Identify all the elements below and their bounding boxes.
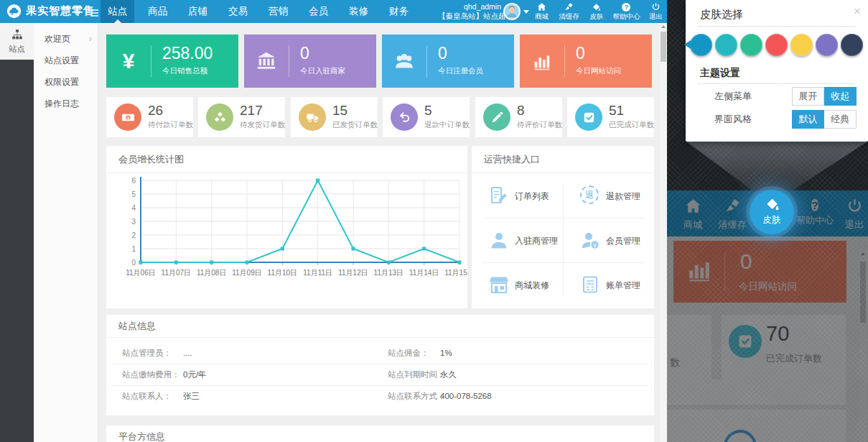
skin-button[interactable]: 皮肤 [584, 0, 609, 23]
app-logo: 果实智慧零售 [6, 4, 95, 19]
svg-text:2: 2 [131, 231, 136, 239]
order-list-icon [489, 185, 509, 206]
member-growth-panel: 会员增长统计图 012345611月06日11月07日11月08日11月09日1… [106, 146, 467, 308]
menu-item-goods[interactable]: 商品 [141, 0, 174, 23]
left-menu-setting-row: 左侧菜单 展开 收起 [686, 85, 868, 108]
paint-bucket-icon [765, 196, 780, 211]
scroll-up-arrow[interactable] [661, 25, 666, 28]
menu-item-member[interactable]: 会员 [302, 0, 335, 23]
menu-item-finance[interactable]: 财务 [382, 0, 416, 23]
field-label: 站点联系人： [122, 385, 172, 407]
expand-button[interactable]: 展开 [792, 87, 824, 106]
field-value: .... [183, 342, 192, 364]
chevron-right-icon: › [89, 28, 92, 50]
field-value: 1% [440, 342, 452, 364]
order-card-toship: 217 待发货订单数 [198, 97, 285, 137]
svg-text:11月08日: 11月08日 [197, 269, 227, 277]
shortcut-order-list[interactable]: 订单列表 [473, 173, 559, 218]
sidebar-item-permissions[interactable]: 权限设置 [34, 71, 98, 93]
default-style-button[interactable]: 默认 [792, 110, 824, 129]
svg-text:6: 6 [131, 177, 136, 185]
sidebar-item-site-settings[interactable]: 站点设置 [34, 50, 98, 71]
merchant-icon [489, 230, 509, 250]
clear-cache-button[interactable]: 清缓存 [554, 0, 584, 23]
svg-text:11月10日: 11月10日 [268, 269, 298, 277]
sidebar-module-label: 站点 [0, 44, 34, 55]
user-info[interactable]: qhd_admin 【秦皇岛站】站点超... [438, 0, 501, 23]
sidebar-item-welcome[interactable]: 欢迎页 › [34, 28, 98, 50]
sidebar-module-site[interactable]: 站点 [0, 23, 34, 60]
menu-item-trade[interactable]: 交易 [221, 0, 255, 23]
setting-label: 左侧菜单 [714, 85, 752, 108]
skin-button-highlighted[interactable]: 皮肤 [750, 190, 794, 234]
sidebar-toggle[interactable] [90, 9, 98, 18]
skin-color-blue[interactable] [690, 34, 712, 56]
shortcut-members[interactable]: v 会员管理 [564, 218, 650, 262]
shortcut-merchants[interactable]: 入驻商管理 [473, 218, 559, 262]
truck-icon [299, 103, 326, 131]
member-badge-icon: v [580, 230, 600, 250]
storefront-icon [489, 275, 509, 295]
menu-item-design[interactable]: 装修 [342, 0, 375, 23]
paint-bucket-icon [592, 2, 601, 11]
svg-text:3: 3 [131, 218, 136, 226]
mall-button[interactable]: 商城 [529, 0, 554, 23]
svg-text:11月11日: 11月11日 [303, 269, 332, 277]
dashboard-page: 果实智慧零售 站点 商品 店铺 交易 营销 会员 装修 财务 qhd_admin… [0, 0, 868, 442]
chart-title: 会员增长统计图 [106, 146, 467, 173]
page-scrollbar[interactable] [660, 23, 667, 442]
menu-item-site[interactable]: 站点 [101, 0, 134, 23]
check-square-icon [575, 103, 602, 131]
shortcuts-title: 运营快捷入口 [472, 146, 654, 173]
scroll-thumb[interactable] [661, 32, 666, 62]
stat-card-sales: ¥ 258.00 今日销售总额 [106, 34, 238, 88]
user-dropdown-caret[interactable] [523, 10, 529, 14]
menu-item-marketing[interactable]: 营销 [261, 0, 295, 23]
svg-text:0: 0 [131, 259, 136, 267]
sub-sidebar: 欢迎页 › 站点设置 权限设置 操作日志 [34, 23, 98, 442]
platform-info-panel: 平台方信息 [106, 425, 654, 442]
skin-color-teal[interactable] [715, 34, 737, 56]
logout-button[interactable]: 退出 [644, 0, 668, 23]
avatar[interactable] [503, 3, 521, 20]
app-title: 果实智慧零售 [26, 4, 95, 18]
skin-color-yellow[interactable] [790, 34, 813, 56]
broom-icon [564, 2, 574, 11]
skin-color-navy[interactable] [841, 34, 863, 56]
order-card-unpaid: ¥ 26 待付款订单数 [106, 97, 193, 137]
growth-chart: 012345611月06日11月07日11月08日11月09日11月10日11月… [106, 173, 467, 307]
refund-circle-icon: 退 [580, 185, 599, 204]
undo-arrow-icon [391, 103, 418, 131]
skin-color-purple[interactable] [816, 34, 838, 56]
shortcut-bills[interactable]: 账单管理 [564, 262, 650, 307]
skin-color-red[interactable] [765, 34, 788, 56]
theme-settings-title: 主题设置 [700, 67, 740, 80]
shortcut-mall-design[interactable]: 商城装修 [473, 262, 559, 307]
top-navbar: 果实智慧零售 站点 商品 店铺 交易 营销 会员 装修 财务 qhd_admin… [0, 0, 668, 23]
shortcut-refund[interactable]: 退 退款管理 [564, 173, 650, 218]
collapse-button[interactable]: 收起 [824, 87, 857, 106]
svg-text:11月06日: 11月06日 [126, 269, 156, 277]
field-value: 400-078-5268 [440, 385, 492, 407]
close-icon[interactable]: × [854, 4, 861, 19]
site-info-panel: 站点信息 站点管理员： .... 站点佣金： 1% 站点缴纳费用： 0元/年 站… [106, 315, 654, 415]
menu-item-shop[interactable]: 店铺 [181, 0, 215, 23]
sidebar-item-logs[interactable]: 操作日志 [34, 93, 98, 114]
field-value: 0元/年 [183, 364, 207, 385]
help-center-button[interactable]: ? 帮助中心 [609, 0, 643, 23]
svg-text:11月13日: 11月13日 [374, 269, 404, 277]
field-label: 站点联系方式： [388, 385, 446, 407]
stat-card-visits: 0 今日网站访问 [520, 34, 652, 88]
order-card-toreview: 8 待评价订单数 [475, 97, 562, 137]
yen-icon: ¥ [106, 34, 151, 88]
users-icon [393, 50, 415, 72]
power-icon [651, 2, 661, 11]
bar-chart-icon [531, 50, 553, 72]
svg-text:11月12日: 11月12日 [338, 269, 368, 277]
order-card-shipped: 15 已发货订单数 [291, 97, 378, 137]
field-value: 永久 [440, 364, 457, 385]
classic-style-button[interactable]: 经典 [824, 110, 857, 129]
setting-label: 界面风格 [714, 108, 752, 131]
field-label: 站点到期时间： [388, 364, 446, 385]
skin-color-green[interactable] [740, 34, 762, 56]
